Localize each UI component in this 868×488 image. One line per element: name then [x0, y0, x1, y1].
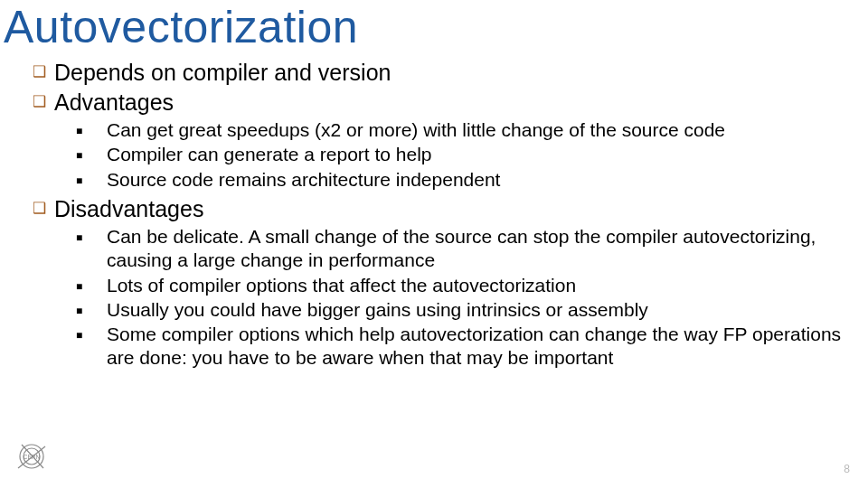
bullet-text: Depends on compiler and version [54, 59, 391, 87]
bullet-advantages: ❑ Advantages [33, 89, 859, 117]
square-bullet-icon: ■ [76, 225, 107, 247]
sub-bullet: ■ Some compiler options which help autov… [76, 323, 859, 371]
slide-content: ❑ Depends on compiler and version ❑ Adva… [0, 52, 868, 371]
slide-title: Autovectorization [0, 0, 868, 52]
advantages-sublist: ■ Can get great speedups (x2 or more) wi… [33, 118, 859, 192]
sub-bullet: ■ Compiler can generate a report to help [76, 143, 859, 166]
sub-bullet: ■ Usually you could have bigger gains us… [76, 298, 859, 322]
cern-logo-text: CERN [24, 454, 41, 460]
square-bullet-icon: ■ [76, 168, 107, 190]
square-bullet-icon: ❑ [33, 195, 54, 220]
slide: Autovectorization ❑ Depends on compiler … [0, 0, 868, 488]
bullet-text: Advantages [54, 89, 174, 117]
sub-bullet-text: Source code remains architecture indepen… [107, 168, 507, 192]
disadvantages-sublist: ■ Can be delicate. A small change of the… [33, 225, 859, 371]
sub-bullet-text: Compiler can generate a report to help [107, 143, 439, 166]
square-bullet-icon: ❑ [33, 59, 54, 83]
square-bullet-icon: ■ [76, 323, 107, 344]
square-bullet-icon: ❑ [33, 89, 54, 113]
sub-bullet: ■ Can get great speedups (x2 or more) wi… [76, 118, 859, 142]
bullet-disadvantages: ❑ Disadvantages [33, 195, 859, 223]
sub-bullet-text: Usually you could have bigger gains usin… [107, 298, 656, 322]
sub-bullet-text: Lots of compiler options that affect the… [107, 274, 583, 297]
page-number: 8 [844, 463, 850, 475]
sub-bullet-text: Can be delicate. A small change of the s… [107, 225, 859, 273]
bullet-text: Disadvantages [54, 195, 203, 223]
bullet-depends: ❑ Depends on compiler and version [33, 59, 859, 87]
sub-bullet-text: Some compiler options which help autovec… [107, 323, 859, 371]
sub-bullet: ■ Source code remains architecture indep… [76, 168, 859, 192]
cern-logo-icon: CERN [13, 437, 51, 475]
sub-bullet: ■ Can be delicate. A small change of the… [76, 225, 859, 273]
square-bullet-icon: ■ [76, 143, 107, 164]
square-bullet-icon: ■ [76, 118, 107, 140]
sub-bullet: ■ Lots of compiler options that affect t… [76, 274, 859, 297]
sub-bullet-text: Can get great speedups (x2 or more) with… [107, 118, 732, 142]
square-bullet-icon: ■ [76, 274, 107, 296]
square-bullet-icon: ■ [76, 298, 107, 320]
